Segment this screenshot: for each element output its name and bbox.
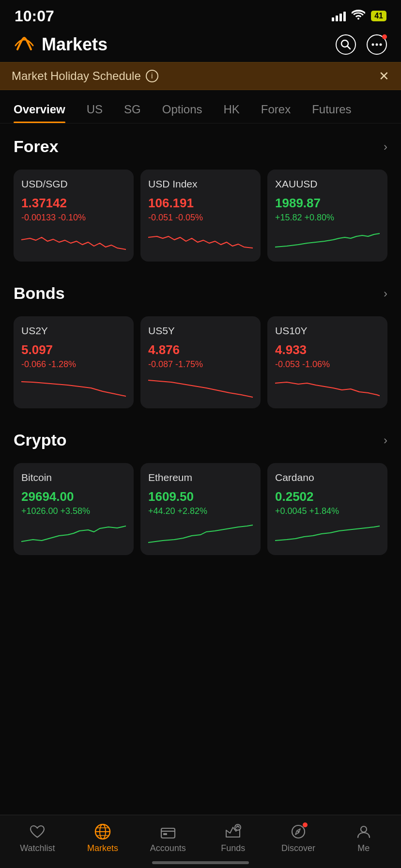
card-bitcoin[interactable]: Bitcoin 29694.00 +1026.00 +3.58% [14,463,134,555]
svg-line-1 [348,46,351,49]
crypto-cards: Bitcoin 29694.00 +1026.00 +3.58% Ethereu… [0,463,401,564]
forex-arrow[interactable]: › [384,140,387,154]
card-price: 4.876 [148,342,253,357]
nav-markets-label: Markets [87,843,118,853]
signal-icon [332,11,346,21]
watchlist-icon [29,823,46,840]
svg-point-13 [235,824,241,830]
svg-point-15 [297,831,299,833]
nav-accounts[interactable]: Accounts [135,823,200,853]
bonds-cards: US2Y 5.097 -0.066 -1.28% US5Y 4.876 -0.0… [0,316,401,417]
svg-point-16 [361,826,367,832]
card-name: US2Y [21,325,126,337]
nav-markets[interactable]: Markets [70,823,136,853]
card-name: USD/SGD [21,178,126,190]
home-indicator [152,861,249,864]
card-xauusd[interactable]: XAUUSD 1989.87 +15.82 +0.80% [267,170,387,262]
bonds-arrow[interactable]: › [384,287,387,300]
nav-funds[interactable]: Funds [200,823,266,853]
bottom-nav: Watchlist Markets Accounts [0,815,401,868]
mini-chart-bitcoin [21,521,126,545]
nav-discover-label: Discover [281,843,315,853]
tab-overview[interactable]: Overview [14,98,76,123]
svg-point-4 [380,44,382,46]
crypto-section-header: Crypto › [0,417,401,463]
forex-section-header: Forex › [0,124,401,170]
card-price: 1.37142 [21,196,126,211]
markets-icon [94,823,111,840]
card-usd-sgd[interactable]: USD/SGD 1.37142 -0.00133 -0.10% [14,170,134,262]
tab-forex[interactable]: Forex [250,98,301,123]
more-icon [371,43,382,46]
card-name: Cardano [275,472,380,483]
status-bar: 10:07 41 [0,0,401,29]
more-button[interactable] [366,34,387,55]
svg-rect-12 [163,833,167,835]
crypto-arrow[interactable]: › [384,434,387,447]
mini-chart-xauusd [275,228,380,252]
mini-chart-us2y [21,374,126,399]
card-price: 5.097 [21,342,126,357]
forex-title: Forex [14,137,59,156]
notification-dot [382,34,387,39]
card-change: +44.20 +2.82% [148,506,253,516]
funds-icon [224,823,242,840]
nav-watchlist[interactable]: Watchlist [5,823,70,853]
header-actions [335,34,387,55]
card-name: Ethereum [148,472,253,483]
nav-me[interactable]: Me [331,823,396,853]
svg-point-2 [372,44,374,46]
card-name: US10Y [275,325,380,337]
search-icon [340,39,351,50]
nav-watchlist-label: Watchlist [20,843,55,853]
card-change: -0.00133 -0.10% [21,213,126,223]
card-name: Bitcoin [21,472,126,483]
tab-futures[interactable]: Futures [301,98,362,123]
card-change: +15.82 +0.80% [275,213,380,223]
nav-discover[interactable]: Discover [266,823,331,853]
card-name: US5Y [148,325,253,337]
forex-cards: USD/SGD 1.37142 -0.00133 -0.10% USD Inde… [0,170,401,270]
nav-funds-label: Funds [221,843,245,853]
accounts-icon [159,823,177,840]
card-price: 29694.00 [21,489,126,504]
app-logo [14,34,35,55]
mini-chart-cardano [275,521,380,545]
tab-hk[interactable]: HK [213,98,250,123]
card-us5y[interactable]: US5Y 4.876 -0.087 -1.75% [140,316,261,408]
me-icon [355,823,372,840]
tab-options[interactable]: Options [152,98,213,123]
card-price: 1989.87 [275,196,380,211]
market-tabs: Overview US SG Options HK Forex Futures [0,90,401,124]
card-change: -0.066 -1.28% [21,359,126,370]
wifi-icon [352,9,365,23]
card-change: -0.053 -1.06% [275,359,380,370]
svg-rect-10 [161,828,175,838]
card-us2y[interactable]: US2Y 5.097 -0.066 -1.28% [14,316,134,408]
holiday-banner-left: Market Holiday Schedule i [12,69,158,83]
tab-sg[interactable]: SG [113,98,152,123]
card-price: 106.191 [148,196,253,211]
header-left: Markets [14,34,108,55]
card-change: +0.0045 +1.84% [275,506,380,516]
card-change: -0.051 -0.05% [148,213,253,223]
card-change: +1026.00 +3.58% [21,506,126,516]
nav-me-label: Me [357,843,370,853]
card-cardano[interactable]: Cardano 0.2502 +0.0045 +1.84% [267,463,387,555]
discover-icon [290,823,307,840]
search-button[interactable] [335,34,356,55]
tab-us[interactable]: US [76,98,113,123]
holiday-info-button[interactable]: i [146,70,158,82]
card-ethereum[interactable]: Ethereum 1609.50 +44.20 +2.82% [140,463,261,555]
card-change: -0.087 -1.75% [148,359,253,370]
holiday-banner-text: Market Holiday Schedule [12,69,141,83]
mini-chart-usd-index [148,228,253,252]
bonds-section-header: Bonds › [0,270,401,316]
status-time: 10:07 [15,7,54,25]
mini-chart-ethereum [148,521,253,545]
holiday-banner-close[interactable]: ✕ [379,70,389,82]
holiday-banner: Market Holiday Schedule i ✕ [0,62,401,90]
card-usd-index[interactable]: USD Index 106.191 -0.051 -0.05% [140,170,261,262]
card-us10y[interactable]: US10Y 4.933 -0.053 -1.06% [267,316,387,408]
card-price: 0.2502 [275,489,380,504]
